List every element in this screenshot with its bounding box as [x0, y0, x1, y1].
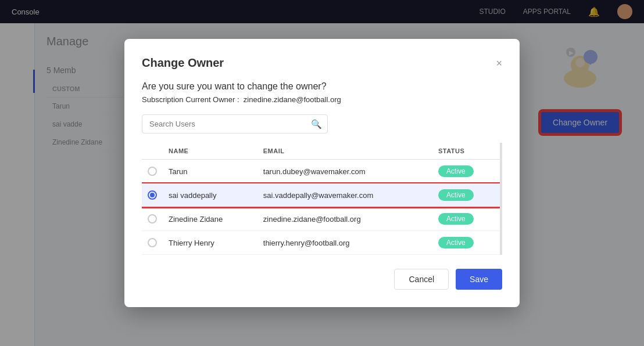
cell-user-name: Zinedine Zidane [163, 207, 257, 231]
cancel-button[interactable]: Cancel [394, 269, 449, 290]
cell-user-email: tarun.dubey@wavemaker.com [257, 160, 432, 183]
modal-question: Are you sure you want to change the owne… [142, 81, 502, 92]
cell-user-email: zinedine.zidane@football.org [257, 207, 432, 231]
col-name: NAME [163, 143, 257, 160]
cell-user-name: Tarun [163, 160, 257, 183]
modal-footer: Cancel Save [142, 269, 502, 290]
col-email: EMAIL [257, 143, 432, 160]
modal-subtitle: Subscription Current Owner : zinedine.zi… [142, 95, 502, 104]
cell-user-status: Active [432, 231, 500, 255]
modal-header: Change Owner × [142, 56, 502, 70]
status-badge: Active [438, 237, 474, 248]
search-icon: 🔍 [311, 119, 322, 129]
radio-cell [142, 207, 163, 231]
status-badge: Active [438, 213, 474, 225]
search-input[interactable] [142, 114, 328, 134]
cell-user-email: thierry.henry@football.org [257, 231, 432, 255]
user-table-row[interactable]: Taruntarun.dubey@wavemaker.comActive [142, 160, 500, 183]
save-button[interactable]: Save [456, 269, 502, 290]
radio-cell [142, 160, 163, 183]
status-badge: Active [438, 165, 474, 177]
radio-cell [142, 231, 163, 255]
user-table-row[interactable]: Zinedine Zidanezinedine.zidane@football.… [142, 207, 500, 231]
user-table: NAME EMAIL STATUS Taruntarun.dubey@wavem… [142, 143, 500, 255]
user-table-row[interactable]: sai vaddepallysai.vaddepally@wavemaker.c… [142, 183, 500, 207]
user-table-wrapper[interactable]: NAME EMAIL STATUS Taruntarun.dubey@wavem… [142, 143, 502, 255]
radio-button[interactable] [148, 238, 157, 247]
change-owner-modal: Change Owner × Are you sure you want to … [124, 39, 520, 307]
status-badge: Active [438, 189, 474, 201]
cell-user-status: Active [432, 207, 500, 231]
cell-user-email: sai.vaddepally@wavemaker.com [257, 183, 432, 207]
user-table-row[interactable]: Thierry Henrythierry.henry@football.orgA… [142, 231, 500, 255]
radio-button[interactable] [148, 214, 157, 224]
radio-cell [142, 183, 163, 207]
search-box: 🔍 [142, 114, 328, 134]
col-select [142, 143, 163, 160]
cell-user-name: sai vaddepally [163, 183, 257, 207]
close-button[interactable]: × [496, 58, 502, 69]
modal-title: Change Owner [142, 56, 224, 70]
radio-button[interactable] [148, 190, 157, 200]
col-status: STATUS [432, 143, 500, 160]
cell-user-status: Active [432, 160, 500, 183]
cell-user-status: Active [432, 183, 500, 207]
cell-user-name: Thierry Henry [163, 231, 257, 255]
radio-button[interactable] [148, 167, 157, 176]
